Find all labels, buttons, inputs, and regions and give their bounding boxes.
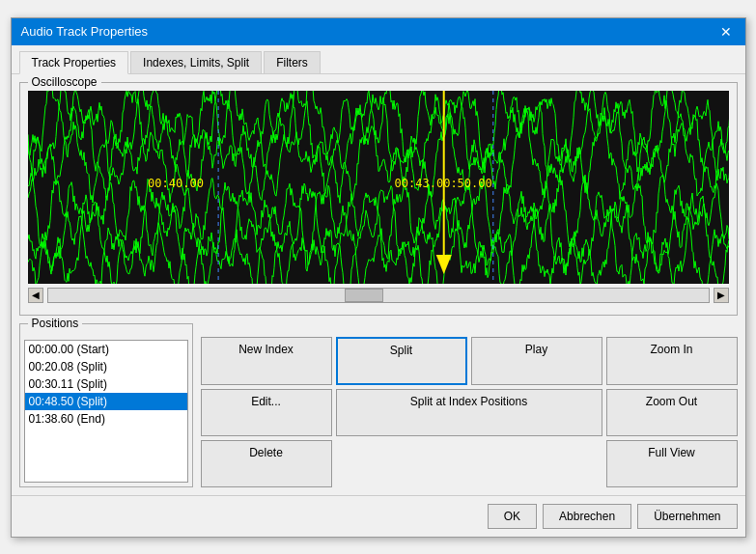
oscilloscope-display bbox=[28, 91, 729, 284]
oscilloscope-canvas bbox=[28, 91, 729, 284]
zoom-in-button[interactable]: Zoom In bbox=[606, 337, 738, 386]
position-item-0[interactable]: 00:00.00 (Start) bbox=[25, 341, 187, 358]
split-at-index-button[interactable]: Split at Index Positions bbox=[336, 389, 602, 436]
edit-button[interactable]: Edit... bbox=[201, 389, 332, 436]
positions-list[interactable]: 00:00.00 (Start) 00:20.08 (Split) 00:30.… bbox=[24, 340, 188, 483]
abbrechen-button[interactable]: Abbrechen bbox=[543, 504, 631, 529]
scroll-right-button[interactable]: ▶ bbox=[714, 288, 729, 303]
scroll-track[interactable] bbox=[47, 288, 710, 303]
position-item-4[interactable]: 01:38.60 (End) bbox=[25, 410, 187, 428]
row3-empty-2 bbox=[471, 440, 602, 487]
positions-label: Positions bbox=[28, 317, 83, 330]
scroll-left-button[interactable]: ◀ bbox=[28, 288, 43, 303]
buttons-panel: New Index Split Play Zoom In Edit... Spl… bbox=[201, 323, 738, 487]
position-item-2[interactable]: 00:30.11 (Split) bbox=[25, 375, 187, 393]
split-button[interactable]: Split bbox=[336, 337, 467, 386]
title-bar: Audio Track Properties ✕ bbox=[12, 18, 745, 45]
positions-group: Positions 00:00.00 (Start) 00:20.08 (Spl… bbox=[19, 323, 193, 487]
tab-indexes-limits-split[interactable]: Indexes, Limits, Split bbox=[130, 51, 262, 73]
tab-track-properties[interactable]: Track Properties bbox=[19, 51, 129, 74]
position-item-3[interactable]: 00:48.50 (Split) bbox=[25, 393, 187, 410]
oscilloscope-label: Oscilloscope bbox=[28, 75, 101, 89]
tab-bar: Track Properties Indexes, Limits, Split … bbox=[12, 45, 745, 74]
main-window: Audio Track Properties ✕ Track Propertie… bbox=[11, 17, 746, 538]
ubernehmen-button[interactable]: Übernehmen bbox=[637, 504, 737, 529]
main-content: Oscilloscope ◀ ▶ Positions 00:00.00 (Sta… bbox=[12, 74, 745, 495]
position-item-1[interactable]: 00:20.08 (Split) bbox=[25, 358, 187, 375]
zoom-out-button[interactable]: Zoom Out bbox=[606, 389, 738, 436]
bottom-section: Positions 00:00.00 (Start) 00:20.08 (Spl… bbox=[19, 323, 738, 487]
new-index-button[interactable]: New Index bbox=[201, 337, 332, 386]
play-button[interactable]: Play bbox=[471, 337, 602, 386]
oscilloscope-group: Oscilloscope ◀ ▶ bbox=[19, 82, 738, 316]
oscilloscope-scrollbar: ◀ ▶ bbox=[28, 288, 729, 303]
scroll-thumb[interactable] bbox=[345, 289, 383, 302]
full-view-button[interactable]: Full View bbox=[606, 440, 738, 487]
delete-button[interactable]: Delete bbox=[201, 440, 332, 487]
footer: OK Abbrechen Übernehmen bbox=[12, 495, 745, 537]
ok-button[interactable]: OK bbox=[488, 504, 537, 529]
close-button[interactable]: ✕ bbox=[716, 24, 736, 40]
window-title: Audio Track Properties bbox=[21, 24, 149, 39]
tab-filters[interactable]: Filters bbox=[264, 51, 321, 73]
row3-empty-1 bbox=[336, 440, 467, 487]
